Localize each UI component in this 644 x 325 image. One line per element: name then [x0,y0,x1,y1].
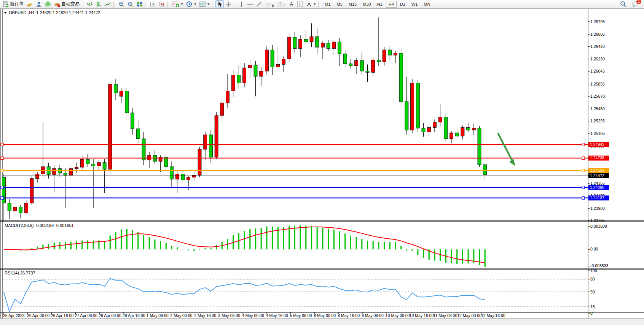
toolbar-separator [113,1,116,8]
candle-body [366,71,369,72]
candle-body [416,83,419,128]
equidistant-channel-button[interactable]: E [264,0,276,8]
candle-body [97,163,100,166]
time-tick-label: 28 Apr 16:00 [123,313,145,318]
community-button[interactable]: 1 [630,0,640,8]
chart-shift-button[interactable] [158,0,167,8]
hline-handle[interactable] [1,169,3,172]
time-tick-label: 26 Apr 00:00 [27,313,50,318]
hline-handle[interactable] [1,186,3,189]
text-button[interactable]: A [287,0,296,8]
time-tick-label: 12 May 00:00 [457,313,481,318]
candle-body [343,54,347,64]
timeframe-d1[interactable]: D1 [397,1,408,8]
indicators-button[interactable] [171,0,185,8]
vertical-line-button[interactable] [237,0,245,8]
bar-chart-icon [87,1,93,7]
time-tick-label: 11 May 08:00 [433,313,457,318]
price-tick-label: 1.25295 [590,119,605,123]
zoom-in-button[interactable] [117,0,126,8]
hline-handle[interactable] [582,169,585,172]
text-tool-icon: A [290,1,293,7]
tile-windows-button[interactable] [135,0,144,8]
candle-body [237,75,241,83]
status-strip [0,319,644,325]
candle-body [444,117,448,139]
profiles-button[interactable] [34,0,43,8]
hline-handle[interactable] [1,197,3,199]
chart-canvas[interactable]: 1.267951.266051.264201.262301.260451.258… [0,0,644,325]
vertical-line-icon [239,1,244,7]
mt4-window: { "toolbar": { "new_order_label": "新订单",… [0,0,644,325]
chevron-down-icon [314,3,316,5]
crosshair-button[interactable] [224,0,233,8]
new-chart-button[interactable] [25,0,34,8]
hline-handle[interactable] [582,186,585,189]
chart-menu-icon[interactable] [4,12,7,14]
new-order-button[interactable]: 新订单 [1,0,25,8]
auto-trading-button[interactable]: 自动交易 [53,0,81,8]
horizontal-line-button[interactable] [245,0,255,8]
candle-body [371,60,375,72]
text-label-button[interactable]: T [296,0,304,8]
hline-handle[interactable] [1,143,3,146]
price-tick-label: 1.26795 [590,19,605,24]
timeframe-m30[interactable]: M30 [360,1,373,8]
timeframe-mn[interactable]: MN [421,1,433,8]
hline-price-label: 1.24551 [590,168,604,173]
candle [215,112,218,159]
timeframe-m15[interactable]: M15 [346,1,359,8]
cursor-button[interactable] [215,0,224,8]
macd-tick-label: -0.003533 [590,263,608,268]
candle-body [405,101,408,130]
templates-button[interactable] [198,0,211,8]
rsi-indicator-label: RSI(14) 26.7737 [5,271,35,275]
timeframe-h4[interactable]: H4 [386,1,397,8]
gold-chart-icon [27,1,33,7]
candle [411,79,414,133]
time-tick-label: 28 Apr 00:00 [99,313,121,318]
candle-body [80,159,84,167]
zoom-out-button[interactable] [126,0,135,8]
timeframe-m5[interactable]: M5 [334,1,345,8]
bid-price-label: 1.24472 [590,173,604,178]
price-tick-label: 1.26605 [590,32,605,36]
toolbar-separator [167,1,170,8]
alerts-button[interactable] [43,0,53,8]
fibonacci-icon [277,1,283,7]
candle-body [433,122,436,127]
arrows-button[interactable] [304,0,317,8]
trendline-button[interactable] [255,0,264,8]
timeframe-h1[interactable]: H1 [375,1,385,8]
candle-body [30,179,33,203]
cursor-icon [217,1,222,7]
candle-body [209,135,212,157]
candle-body [86,159,89,164]
time-tick-label: 8 May 16:00 [338,313,360,318]
hline-handle[interactable] [1,157,3,159]
candle-body [360,60,363,71]
hline-handle[interactable] [582,143,585,146]
fibonacci-button[interactable]: F [276,0,287,8]
timeframe-w1[interactable]: W1 [409,1,421,8]
search-button[interactable] [618,0,628,8]
toolbar-separator [212,1,215,8]
candle-body [438,117,442,122]
auto-scroll-button[interactable] [148,0,158,8]
hline-handle[interactable] [582,157,585,159]
candlestick-type-button[interactable] [94,0,104,8]
candle [265,46,268,75]
chart-shift-icon [159,1,165,7]
line-chart-type-button[interactable] [104,0,113,8]
toolbar-separator [318,1,321,8]
hline-handle[interactable] [582,197,585,199]
timeframe-m1[interactable]: M1 [322,1,333,8]
macd-indicator-label: MACD(12,26,9) -0.003196 -0.001651 [5,223,74,228]
search-icon [620,1,626,7]
auto-trading-label: 自动交易 [61,1,80,7]
candle-body [411,83,414,130]
periods-button[interactable] [185,0,198,8]
bar-chart-type-button[interactable] [85,0,94,8]
candle-body [75,167,78,168]
candle-body [472,128,475,130]
